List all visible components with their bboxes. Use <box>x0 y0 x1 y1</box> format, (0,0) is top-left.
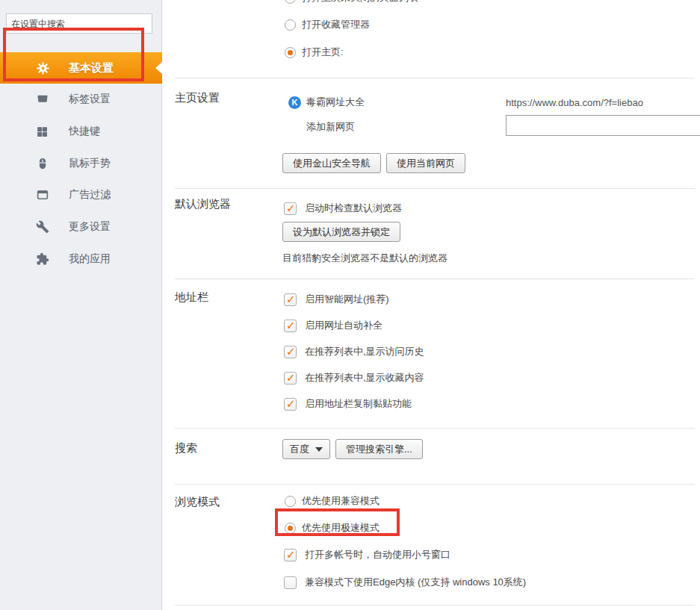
homepage-site-row: K 毒霸网址大全 <box>288 96 365 109</box>
checkbox-show-history[interactable] <box>284 346 297 358</box>
section-title-homepage: 主页设置 <box>175 91 220 105</box>
search-engine-dropdown[interactable]: 百度 <box>282 439 330 459</box>
radio-favorites-manager[interactable] <box>285 19 296 31</box>
sidebar-item-basic-settings[interactable]: 基本设置 <box>0 52 162 84</box>
section-divider <box>175 188 695 189</box>
sidebar-item-label: 我的应用 <box>69 252 111 266</box>
tab-icon <box>36 92 51 107</box>
check-default-on-startup-row[interactable]: 启动时检查默认浏览器 <box>284 202 402 215</box>
sidebar-item-my-apps[interactable]: 我的应用 <box>0 243 162 275</box>
section-divider <box>175 605 695 606</box>
multi-account-row[interactable]: 打开多帐号时，自动使用小号窗口 <box>284 548 450 561</box>
radio-speed-mode[interactable] <box>285 523 296 534</box>
gear-icon <box>36 60 51 75</box>
addressbar-option-row[interactable]: 启用网址自动补全 <box>284 319 382 332</box>
checkbox-check-default-on-startup[interactable] <box>284 202 297 215</box>
new-homepage-input[interactable] <box>506 115 700 136</box>
set-default-browser-button[interactable]: 设为默认浏览器并锁定 <box>282 222 400 242</box>
checkbox-smart-url[interactable] <box>284 293 297 306</box>
search-input[interactable] <box>6 13 152 34</box>
sidebar-item-label: 广告过滤 <box>69 188 111 202</box>
startup-option-favorites[interactable]: 打开收藏管理器 <box>285 18 370 31</box>
window-icon <box>36 187 51 202</box>
use-current-page-button[interactable]: 使用当前网页 <box>386 153 465 173</box>
checkbox-show-favorites[interactable] <box>284 372 297 385</box>
section-title-browse-mode: 浏览模式 <box>175 495 220 509</box>
checkbox-url-autocomplete[interactable] <box>284 320 297 332</box>
section-divider <box>175 78 695 78</box>
radio-open-homepage[interactable] <box>285 47 296 58</box>
sidebar-item-label: 标签设置 <box>69 93 111 106</box>
checkbox-copy-paste[interactable] <box>284 398 297 411</box>
grid-icon <box>36 124 51 139</box>
puzzle-icon <box>36 252 51 267</box>
checkbox-multi-account-window[interactable] <box>284 549 297 561</box>
section-divider <box>175 484 695 485</box>
sidebar-item-more-settings[interactable]: 更多设置 <box>0 211 162 243</box>
startup-option-last-session[interactable]: 打开上次未关闭的页面列表 <box>285 0 418 4</box>
default-browser-status-text: 目前猎豹安全浏览器不是默认的浏览器 <box>282 252 447 265</box>
addressbar-option-row[interactable]: 在推荐列表中,显示收藏内容 <box>284 371 424 385</box>
addressbar-option-row[interactable]: 在推荐列表中,显示访问历史 <box>284 345 424 358</box>
sidebar-item-tab-settings[interactable]: 标签设置 <box>0 84 162 115</box>
sidebar-item-ad-filter[interactable]: 广告过滤 <box>0 179 162 211</box>
section-title-address-bar: 地址栏 <box>175 290 208 305</box>
sidebar-item-shortcuts[interactable]: 快捷键 <box>0 116 162 147</box>
addressbar-option-row[interactable]: 启用智能网址(推荐) <box>284 293 389 306</box>
manage-search-engines-button[interactable]: 管理搜索引擎... <box>335 439 423 459</box>
section-divider <box>175 278 695 279</box>
radio-compat-mode[interactable] <box>285 496 296 507</box>
wrench-icon <box>36 220 51 234</box>
radio-last-session[interactable] <box>285 0 296 4</box>
sidebar-item-label: 基本设置 <box>69 61 114 75</box>
add-new-page-link[interactable]: 添加新网页 <box>306 120 355 134</box>
section-divider <box>175 428 695 429</box>
homepage-url-text: https://www.duba.com/?f=liebao <box>506 97 643 108</box>
sidebar-item-label: 快捷键 <box>69 125 100 138</box>
section-title-default-browser: 默认浏览器 <box>175 197 231 211</box>
sidebar-item-mouse-gestures[interactable]: 鼠标手势 <box>0 148 162 179</box>
use-kingsoft-nav-button[interactable]: 使用金山安全导航 <box>282 153 381 173</box>
settings-sidebar: 基本设置 标签设置 快捷键 <box>0 0 162 610</box>
browse-mode-compat-row[interactable]: 优先使用兼容模式 <box>285 494 380 508</box>
duba-logo-icon: K <box>288 96 301 109</box>
browse-mode-speed-row[interactable]: 优先使用极速模式 <box>285 521 380 535</box>
mouse-icon <box>36 156 51 171</box>
checkbox-edge-kernel[interactable] <box>284 576 297 589</box>
edge-kernel-row[interactable]: 兼容模式下使用Edge内核 (仅支持 windows 10系统) <box>284 576 526 589</box>
addressbar-option-row[interactable]: 启用地址栏复制黏贴功能 <box>284 397 412 411</box>
homepage-site-name: 毒霸网址大全 <box>306 96 365 109</box>
startup-option-homepage[interactable]: 打开主页: <box>285 46 344 59</box>
section-title-search: 搜索 <box>175 441 197 455</box>
sidebar-item-label: 鼠标手势 <box>69 157 111 170</box>
sidebar-item-label: 更多设置 <box>69 220 111 234</box>
chevron-down-icon <box>315 447 323 452</box>
